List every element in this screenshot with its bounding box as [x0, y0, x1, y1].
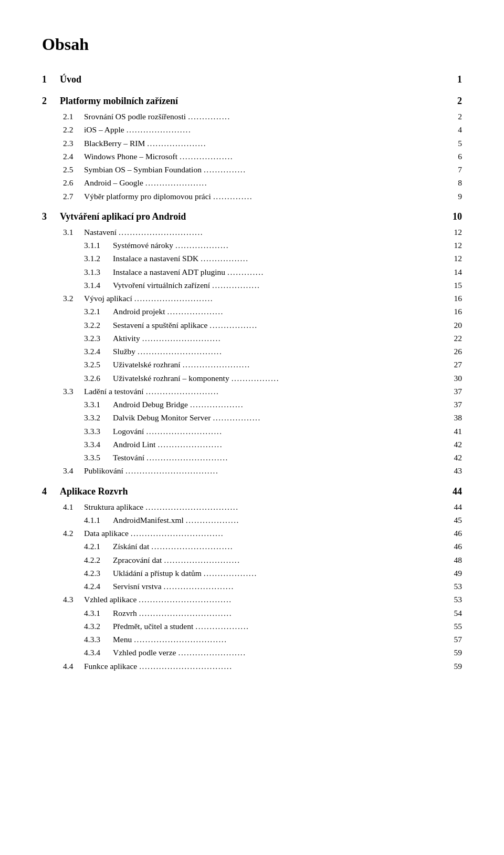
- subsection-row: 3.2.4Služby.............................…: [42, 345, 462, 357]
- section-title: Publikování: [84, 465, 123, 477]
- subsection-dots: .......................: [158, 438, 444, 450]
- subsection-title: Získání dat: [113, 540, 149, 552]
- subsection-page: 30: [446, 372, 462, 384]
- subsection-page: 14: [446, 266, 462, 278]
- section-row: 3.3Ladění a testování...................…: [42, 385, 462, 397]
- subsection-row: 3.3.1Android Debug Bridge...............…: [42, 398, 462, 410]
- subsection-num: 3.2.6: [84, 372, 113, 384]
- section-num: 2.4: [63, 150, 84, 162]
- subsection-dots: .............................: [146, 451, 444, 463]
- subsection-row: 4.2.2Zpracování dat.....................…: [42, 554, 462, 566]
- section-page: 12: [446, 226, 462, 238]
- subsection-row: 4.3.3Menu...............................…: [42, 633, 462, 645]
- chapter-title: Vytváření aplikací pro Android: [60, 210, 186, 224]
- section-dots: .................................: [145, 501, 444, 513]
- subsection-num: 4.3.1: [84, 607, 113, 619]
- section-row: 2.1Srovnání OS podle rozšířenosti.......…: [42, 110, 462, 122]
- subsection-page: 26: [446, 345, 462, 357]
- section-page: 16: [446, 292, 462, 304]
- subsection-title: Uživatelské rozhraní: [113, 358, 181, 370]
- section-dots: ............................: [134, 292, 444, 304]
- subsection-row: 4.2.1Získání dat........................…: [42, 540, 462, 552]
- chapter-row: 3Vytváření aplikací pro Android10: [42, 210, 462, 224]
- chapter-row: 2Platformy mobilních zařízení2: [42, 94, 462, 108]
- subsection-title: Android projekt: [113, 305, 165, 317]
- subsection-num: 4.1.1: [84, 514, 113, 526]
- subsection-num: 4.3.4: [84, 646, 113, 658]
- chapter-title: Aplikace Rozvrh: [60, 485, 128, 499]
- subsection-dots: .............: [227, 266, 444, 278]
- subsection-page: 37: [446, 398, 462, 410]
- subsection-page: 12: [446, 252, 462, 264]
- subsection-dots: .........................: [164, 580, 444, 592]
- section-row: 3.1Nastavení............................…: [42, 226, 462, 238]
- section-num: 2.2: [63, 123, 84, 136]
- subsection-row: 3.3.4Android Lint.......................…: [42, 438, 462, 450]
- subsection-row: 3.3.3Logování...........................…: [42, 425, 462, 437]
- toc-content: 1Úvod12Platformy mobilních zařízení22.1S…: [42, 73, 462, 672]
- chapter-title: Úvod: [60, 73, 81, 87]
- section-num: 3.1: [63, 226, 84, 238]
- section-row: 2.3BlackBerry – RIM.....................…: [42, 137, 462, 149]
- subsection-title: Zpracování dat: [113, 554, 162, 566]
- subsection-page: 15: [446, 279, 462, 291]
- section-dots: .................................: [125, 465, 444, 477]
- section-title: Struktura aplikace: [84, 501, 143, 513]
- section-num: 3.4: [63, 465, 84, 477]
- section-row: 4.4Funkce aplikace......................…: [42, 660, 462, 672]
- subsection-title: Systémové nároky: [113, 239, 173, 251]
- subsection-page: 16: [446, 305, 462, 317]
- section-title: Srovnání OS podle rozšířenosti: [84, 110, 186, 122]
- subsection-page: 45: [446, 514, 462, 526]
- subsection-title: Dalvik Debug Monitor Server: [113, 411, 211, 424]
- subsection-dots: .................: [209, 319, 444, 331]
- subsection-row: 4.2.4Servisní vrstva....................…: [42, 580, 462, 592]
- subsection-num: 3.1.4: [84, 279, 113, 291]
- section-num: 3.2: [63, 292, 84, 304]
- subsection-num: 3.2.1: [84, 305, 113, 317]
- subsection-dots: ...................: [190, 398, 444, 410]
- section-dots: ..............................: [119, 226, 444, 238]
- subsection-title: Předmět, učitel a student: [113, 620, 193, 632]
- subsection-title: Servisní vrstva: [113, 580, 162, 592]
- subsection-num: 3.3.4: [84, 438, 113, 450]
- section-page: 37: [446, 385, 462, 397]
- subsection-title: Android Lint: [113, 438, 155, 450]
- section-page: 4: [446, 123, 462, 136]
- subsection-row: 3.1.1Systémové nároky...................…: [42, 239, 462, 251]
- chapter-page: 1: [446, 73, 462, 87]
- chapter-page: 2: [446, 94, 462, 108]
- section-row: 4.1Struktura aplikace...................…: [42, 501, 462, 513]
- subsection-title: Sestavení a spuštění aplikace: [113, 319, 207, 331]
- subsection-row: 3.2.3Aktivity...........................…: [42, 332, 462, 344]
- section-dots: ..............: [213, 190, 444, 202]
- subsection-dots: .................: [232, 372, 444, 384]
- section-row: 2.2iOS – Apple.......................4: [42, 123, 462, 136]
- subsection-page: 55: [446, 620, 462, 632]
- chapter-num: 2: [42, 94, 52, 108]
- section-dots: .................................: [139, 593, 444, 605]
- section-title: Data aplikace: [84, 527, 129, 539]
- subsection-num: 3.3.3: [84, 425, 113, 437]
- subsection-num: 4.2.4: [84, 580, 113, 592]
- subsection-page: 20: [446, 319, 462, 331]
- chapter-page: 44: [446, 485, 462, 499]
- section-page: 59: [446, 660, 462, 672]
- section-row: 2.6Android – Google.....................…: [42, 177, 462, 189]
- subsection-row: 3.1.2Instalace a nastavení SDK..........…: [42, 252, 462, 264]
- section-row: 4.2Data aplikace........................…: [42, 527, 462, 539]
- subsection-row: 4.2.3Ukládání a přístup k datům.........…: [42, 567, 462, 579]
- section-page: 9: [446, 190, 462, 202]
- section-page: 5: [446, 137, 462, 149]
- subsection-dots: ............................: [142, 332, 444, 344]
- section-num: 2.1: [63, 110, 84, 122]
- section-title: iOS – Apple: [84, 123, 124, 136]
- table-of-contents: Obsah 1Úvod12Platformy mobilních zařízen…: [42, 32, 462, 672]
- page-title: Obsah: [42, 32, 462, 57]
- subsection-row: 4.1.1AndroidManifest.xml................…: [42, 514, 462, 526]
- subsection-dots: .............................: [151, 540, 444, 552]
- subsection-page: 59: [446, 646, 462, 658]
- section-num: 3.3: [63, 385, 84, 397]
- section-row: 3.2Vývoj aplikací.......................…: [42, 292, 462, 304]
- subsection-page: 42: [446, 451, 462, 463]
